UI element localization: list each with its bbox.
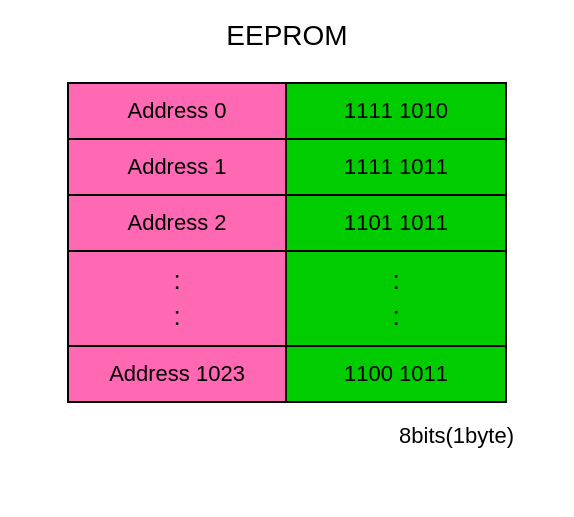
address-cell-0: Address 0: [69, 84, 287, 138]
value-cell-0: 1111 1010: [287, 84, 505, 138]
value-cell-2: 1101 1011: [287, 196, 505, 250]
address-cell-2: Address 2: [69, 196, 287, 250]
table-row: Address 1023 1100 1011: [69, 347, 505, 401]
table-row: Address 2 1101 1011: [69, 196, 505, 252]
eeprom-table: Address 0 1111 1010 Address 1 1111 1011 …: [67, 82, 507, 403]
value-cell-dots: ::: [287, 252, 505, 345]
value-cell-1: 1111 1011: [287, 140, 505, 194]
address-cell-1: Address 1: [69, 140, 287, 194]
footnote: 8bits(1byte): [399, 423, 574, 449]
table-row-dots: :: ::: [69, 252, 505, 347]
table-row: Address 0 1111 1010: [69, 84, 505, 140]
table-row: Address 1 1111 1011: [69, 140, 505, 196]
address-cell-dots: ::: [69, 252, 287, 345]
value-cell-1023: 1100 1011: [287, 347, 505, 401]
address-cell-1023: Address 1023: [69, 347, 287, 401]
page-title: EEPROM: [226, 20, 347, 52]
